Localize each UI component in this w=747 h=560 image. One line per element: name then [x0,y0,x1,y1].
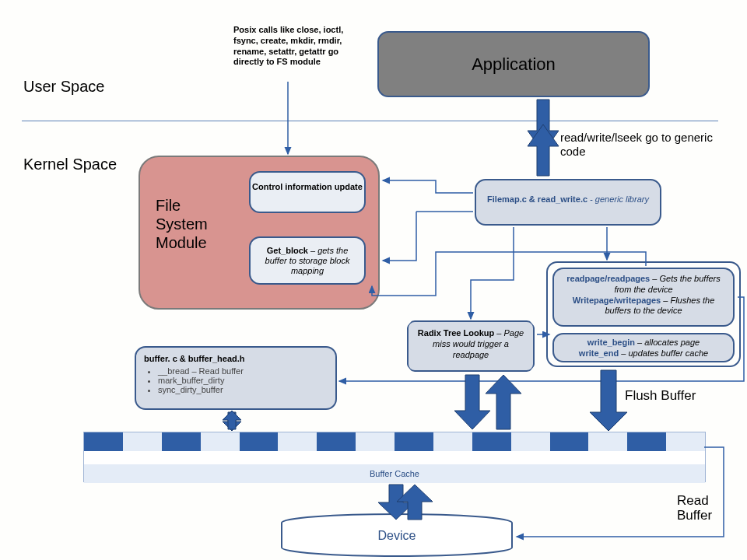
svg-marker-7 [454,375,490,429]
svg-marker-8 [486,375,521,429]
connectors [0,0,747,560]
svg-marker-11 [223,411,241,429]
svg-marker-9 [590,370,627,431]
